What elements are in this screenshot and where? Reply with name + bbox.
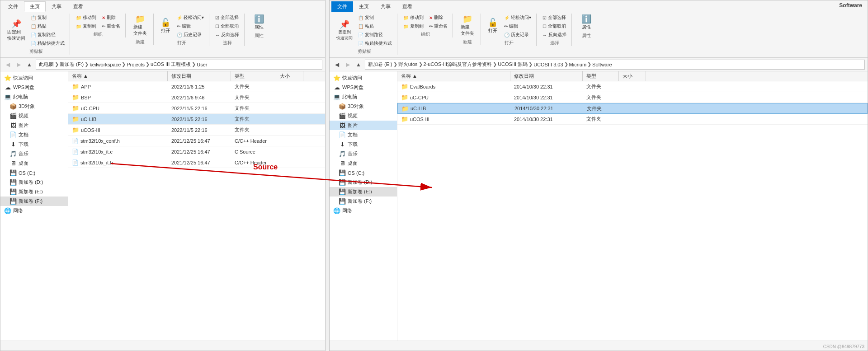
right-copy-button[interactable]: 📋 复制 xyxy=(356,14,394,22)
right-tab-share[interactable]: 共享 xyxy=(375,1,396,12)
right-header-type[interactable]: 类型 xyxy=(583,71,619,81)
left-tab-share[interactable]: 共享 xyxy=(46,1,67,12)
right-crumb-software[interactable]: Software xyxy=(592,62,612,67)
left-crumb-projects[interactable]: Projects xyxy=(127,62,145,67)
right-header-size[interactable]: 大小 xyxy=(619,71,646,81)
left-invert-button[interactable]: ↔ 反向选择 xyxy=(213,31,241,39)
left-sidebar-3d[interactable]: 📦 3D对象 xyxy=(0,102,68,111)
left-up-button[interactable]: ▲ xyxy=(25,60,34,69)
left-sidebar-f[interactable]: 💾 新加卷 (F:) xyxy=(0,197,68,206)
left-row-conf[interactable]: 📄 stm32f10x_conf.h 2021/12/25 16:47 C/C+… xyxy=(68,136,325,146)
right-header-name[interactable]: 名称 ▲ xyxy=(397,71,510,81)
left-sidebar-c[interactable]: 💾 OS (C:) xyxy=(0,168,68,178)
left-row-bsp[interactable]: 📁 BSP 2022/11/6 9:46 文件夹 xyxy=(68,92,325,103)
left-sidebar-docs[interactable]: 📄 文档 xyxy=(0,130,68,140)
right-address-path[interactable]: 新加卷 (E:) ❯ 野火utos ❯ 2-uCOS-III源码及官方参考资料 … xyxy=(365,60,865,70)
left-header-name[interactable]: 名称 ▲ xyxy=(68,71,168,81)
right-tab-view[interactable]: 查看 xyxy=(396,1,418,12)
left-header-date[interactable]: 修改日期 xyxy=(168,71,231,81)
left-forward-button[interactable]: ▶ xyxy=(14,60,23,69)
left-sidebar-desktop[interactable]: 🖥 桌面 xyxy=(0,159,68,168)
left-row-app[interactable]: 📁 APP 2022/11/6 1:25 文件夹 xyxy=(68,81,325,92)
left-back-button[interactable]: ◀ xyxy=(3,60,12,69)
left-sidebar-quickaccess[interactable]: ⭐ 快速访问 xyxy=(0,73,68,83)
left-sidebar-music[interactable]: 🎵 音乐 xyxy=(0,149,68,159)
right-quickaccess-button[interactable]: ⚡ 轻松访问▾ xyxy=(502,14,533,22)
left-copy-button[interactable]: 📋 复制 xyxy=(28,14,67,22)
left-crumb-user[interactable]: User xyxy=(197,62,207,67)
right-move-to-button[interactable]: 📁 移动到 xyxy=(401,14,426,22)
right-crumb-ver[interactable]: UCOSIII 3.03 xyxy=(533,62,563,67)
right-header-date[interactable]: 修改日期 xyxy=(510,71,583,81)
right-crumb-ucosiii-src[interactable]: UCOSIII 源码 xyxy=(498,61,528,68)
right-sidebar-d[interactable]: 💾 新加卷 (D:) xyxy=(330,178,397,187)
right-sidebar-network[interactable]: 🌐 网络 xyxy=(330,206,397,215)
right-row-uclib[interactable]: 📁 uC-LIB 2014/10/30 22:31 文件夹 xyxy=(397,103,868,114)
left-row-it-c[interactable]: 📄 stm32f10x_it.c 2021/12/25 16:47 C Sour… xyxy=(68,146,325,157)
left-delete-button[interactable]: ✕ 删除 xyxy=(99,14,123,22)
right-open-button[interactable]: 🔓 打开 xyxy=(485,17,501,35)
left-sidebar-video[interactable]: 🎬 视频 xyxy=(0,111,68,121)
left-crumb-ucos[interactable]: uCOS III 工程模板 xyxy=(151,61,191,68)
left-row-it-h[interactable]: 📄 stm32f10x_it.h 2021/12/25 16:47 C/C++ … xyxy=(68,157,325,168)
right-sidebar-downloads[interactable]: ⬇ 下载 xyxy=(330,140,397,149)
left-copy-path-button[interactable]: 📄 复制路径 xyxy=(28,31,67,39)
left-copy-to-button[interactable]: 📁 复制到 xyxy=(74,22,99,30)
right-paste-shortcut-button[interactable]: 📄 粘贴快捷方式 xyxy=(356,39,394,47)
left-rename-button[interactable]: ✏ 重命名 xyxy=(99,22,123,30)
left-tab-home[interactable]: 主页 xyxy=(24,1,46,12)
right-row-uccpu[interactable]: 📁 uC-CPU 2014/10/30 22:31 文件夹 xyxy=(397,92,868,103)
right-crumb-yehuo[interactable]: 野火utos xyxy=(398,61,418,68)
left-header-size[interactable]: 大小 xyxy=(276,71,303,81)
right-sidebar-c[interactable]: 💾 OS (C:) xyxy=(330,168,397,178)
left-select-all-button[interactable]: ☑ 全部选择 xyxy=(213,14,241,22)
left-sidebar-downloads[interactable]: ⬇ 下载 xyxy=(0,140,68,149)
left-crumb-keil[interactable]: keilworkspace xyxy=(90,62,121,67)
left-row-uccpu[interactable]: 📁 uC-CPU 2022/11/5 22:16 文件夹 xyxy=(68,103,325,114)
left-header-type[interactable]: 类型 xyxy=(231,71,276,81)
right-tab-file[interactable]: 文件 xyxy=(331,1,353,12)
left-move-to-button[interactable]: 📁 移动到 xyxy=(74,14,99,22)
left-sidebar-pc[interactable]: 💻 此电脑 xyxy=(0,92,68,102)
right-forward-button[interactable]: ▶ xyxy=(343,60,352,69)
right-crumb-e[interactable]: 新加卷 (E:) xyxy=(368,61,392,68)
right-sidebar-video[interactable]: 🎬 视频 xyxy=(330,111,397,121)
right-copy-path-button[interactable]: 📄 复制路径 xyxy=(356,31,394,39)
left-paste-button[interactable]: 📋 粘贴 xyxy=(28,22,67,30)
right-edit-button[interactable]: ✏ 编辑 xyxy=(502,22,533,30)
right-new-folder-button[interactable]: 📁 新建文件夹 xyxy=(458,14,476,38)
right-select-all-button[interactable]: ☑ 全部选择 xyxy=(540,14,569,22)
right-sidebar-3d[interactable]: 📦 3D对象 xyxy=(330,102,397,111)
left-deselect-all-button[interactable]: ☐ 全部取消 xyxy=(213,22,241,30)
left-paste-shortcut-button[interactable]: 📄 粘贴快捷方式 xyxy=(28,39,67,47)
right-sidebar-quickaccess[interactable]: ⭐ 快速访问 xyxy=(330,73,397,83)
right-tab-home[interactable]: 主页 xyxy=(353,1,375,12)
left-pin-button[interactable]: 📌 固定到快速访问 xyxy=(5,19,28,43)
right-up-button[interactable]: ▲ xyxy=(354,60,363,69)
right-pin-button[interactable]: 📌 固定到快速访问 xyxy=(334,19,355,42)
right-sidebar-pictures[interactable]: 🖼 图片 xyxy=(330,121,397,130)
right-sidebar-docs[interactable]: 📄 文档 xyxy=(330,130,397,140)
left-crumb-pc[interactable]: 此电脑 xyxy=(39,61,54,68)
left-history-button[interactable]: 🕐 历史记录 xyxy=(175,31,206,39)
right-sidebar-pc[interactable]: 💻 此电脑 xyxy=(330,92,397,102)
left-edit-button[interactable]: ✏ 编辑 xyxy=(175,22,206,30)
right-copy-to-button[interactable]: 📁 复制到 xyxy=(401,22,426,30)
right-row-ucosiii[interactable]: 📁 uCOS-III 2014/10/30 22:31 文件夹 xyxy=(397,114,868,125)
left-sidebar-pictures[interactable]: 🖼 图片 xyxy=(0,121,68,130)
left-sidebar-e[interactable]: 💾 新加卷 (E:) xyxy=(0,187,68,197)
right-properties-button[interactable]: ℹ️ 属性 xyxy=(578,14,594,32)
left-sidebar-wps[interactable]: ☁ WPS网盘 xyxy=(0,83,68,92)
left-quickaccess-button[interactable]: ⚡ 轻松访问▾ xyxy=(175,14,206,22)
left-row-ucosiii[interactable]: 📁 uCOS-III 2022/11/5 22:16 文件夹 xyxy=(68,125,325,136)
left-open-button[interactable]: 🔓 打开 xyxy=(157,17,174,35)
left-crumb-f[interactable]: 新加卷 (F:) xyxy=(60,61,84,68)
left-sidebar-d[interactable]: 💾 新加卷 (D:) xyxy=(0,178,68,187)
right-crumb-src[interactable]: 2-uCOS-III源码及官方参考资料 xyxy=(424,61,492,68)
left-tab-view[interactable]: 查看 xyxy=(67,1,89,12)
right-sidebar-e[interactable]: 💾 新加卷 (E:) xyxy=(330,187,397,197)
right-history-button[interactable]: 🕐 历史记录 xyxy=(502,31,533,39)
left-tab-file[interactable]: 文件 xyxy=(2,1,24,12)
right-paste-button[interactable]: 📋 粘贴 xyxy=(356,22,394,30)
right-row-evalboards[interactable]: 📁 EvalBoards 2014/10/30 22:31 文件夹 xyxy=(397,81,868,92)
